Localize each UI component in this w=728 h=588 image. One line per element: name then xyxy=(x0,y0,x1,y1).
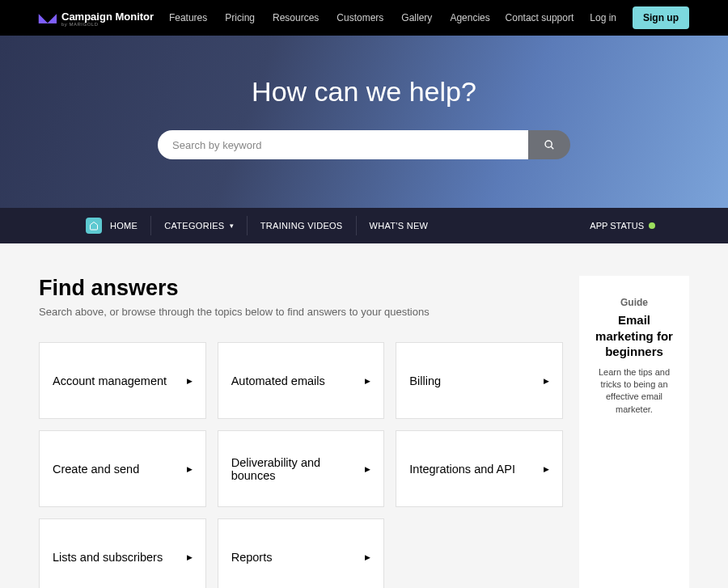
topic-automated-emails[interactable]: Automated emails ▶ xyxy=(218,342,385,419)
svg-point-0 xyxy=(545,141,552,147)
secondary-nav: HOME CATEGORIES ▾ TRAINING VIDEOS WHAT'S… xyxy=(0,208,728,243)
status-indicator-icon xyxy=(649,222,655,229)
arrow-right-icon: ▶ xyxy=(365,377,370,385)
hero: How can we help? xyxy=(0,36,728,208)
chevron-down-icon: ▾ xyxy=(230,222,234,230)
contact-support-link[interactable]: Contact support xyxy=(506,12,574,23)
search-icon xyxy=(544,139,555,150)
guide-label: Guide xyxy=(590,297,678,308)
subnav-home-label: HOME xyxy=(110,221,138,231)
arrow-right-icon: ▶ xyxy=(365,553,370,561)
signup-button[interactable]: Sign up xyxy=(633,6,689,29)
subnav-categories[interactable]: CATEGORIES ▾ xyxy=(151,216,248,235)
arrow-right-icon: ▶ xyxy=(187,553,193,561)
subnav-training-label: TRAINING VIDEOS xyxy=(260,221,343,231)
arrow-right-icon: ▶ xyxy=(544,377,549,385)
sidebar-guide-card[interactable]: Guide Email marketing for beginners Lear… xyxy=(579,276,689,588)
topic-label: Lists and subscribers xyxy=(53,551,163,564)
topic-label: Create and send xyxy=(53,463,139,476)
subnav-whatsnew[interactable]: WHAT'S NEW xyxy=(357,216,442,235)
topic-reports[interactable]: Reports ▶ xyxy=(218,518,385,588)
nav-resources[interactable]: Resources xyxy=(273,12,319,23)
arrow-right-icon: ▶ xyxy=(544,465,549,473)
nav-customers[interactable]: Customers xyxy=(336,12,383,23)
page-subtitle: Search above, or browse through the topi… xyxy=(39,306,563,318)
home-icon xyxy=(86,218,102,234)
nav-right: Contact support Log in Sign up xyxy=(506,6,689,29)
login-link[interactable]: Log in xyxy=(590,12,616,23)
arrow-right-icon: ▶ xyxy=(365,465,370,473)
logo-text: Campaign Monitor xyxy=(61,11,154,23)
page-title: Find answers xyxy=(39,276,563,301)
subnav-home[interactable]: HOME xyxy=(73,216,151,235)
topic-integrations-api[interactable]: Integrations and API ▶ xyxy=(396,430,563,507)
arrow-right-icon: ▶ xyxy=(187,465,193,473)
nav-gallery[interactable]: Gallery xyxy=(401,12,432,23)
search-bar xyxy=(158,130,570,159)
nav-center: Features Pricing Resources Customers Gal… xyxy=(169,12,490,23)
nav-features[interactable]: Features xyxy=(169,12,207,23)
topic-label: Integrations and API xyxy=(409,463,515,476)
nav-agencies[interactable]: Agencies xyxy=(450,12,489,23)
logo[interactable]: ◣◢ Campaign Monitor by MARIGOLD xyxy=(39,9,154,27)
topic-grid: Account management ▶ Automated emails ▶ … xyxy=(39,342,563,588)
search-button[interactable] xyxy=(528,130,570,159)
hero-title: How can we help? xyxy=(252,76,476,108)
logo-icon: ◣◢ xyxy=(39,11,57,24)
topic-label: Automated emails xyxy=(231,374,325,387)
content: Find answers Search above, or browse thr… xyxy=(0,243,728,588)
search-input[interactable] xyxy=(158,130,528,159)
app-status[interactable]: APP STATUS xyxy=(590,221,655,231)
topic-billing[interactable]: Billing ▶ xyxy=(396,342,563,419)
app-status-label: APP STATUS xyxy=(590,221,644,231)
topic-label: Reports xyxy=(231,551,273,564)
topic-lists-subscribers[interactable]: Lists and subscribers ▶ xyxy=(39,518,206,588)
top-nav: ◣◢ Campaign Monitor by MARIGOLD Features… xyxy=(0,0,728,36)
guide-title: Email marketing for beginners xyxy=(590,312,678,360)
arrow-right-icon: ▶ xyxy=(187,377,193,385)
subnav-training[interactable]: TRAINING VIDEOS xyxy=(248,216,357,235)
topic-label: Account management xyxy=(53,374,167,387)
topic-label: Billing xyxy=(409,374,441,387)
guide-description: Learn the tips and tricks to being an ef… xyxy=(590,366,678,417)
subnav-whatsnew-label: WHAT'S NEW xyxy=(370,221,429,231)
secondary-nav-left: HOME CATEGORIES ▾ TRAINING VIDEOS WHAT'S… xyxy=(73,208,441,243)
svg-line-1 xyxy=(551,146,553,149)
main-column: Find answers Search above, or browse thr… xyxy=(39,276,563,588)
subnav-categories-label: CATEGORIES xyxy=(164,221,224,231)
topic-create-and-send[interactable]: Create and send ▶ xyxy=(39,430,206,507)
topic-deliverability[interactable]: Deliverability and bounces ▶ xyxy=(218,430,385,507)
topic-label: Deliverability and bounces xyxy=(231,456,366,482)
nav-pricing[interactable]: Pricing xyxy=(225,12,255,23)
topic-account-management[interactable]: Account management ▶ xyxy=(39,342,206,419)
